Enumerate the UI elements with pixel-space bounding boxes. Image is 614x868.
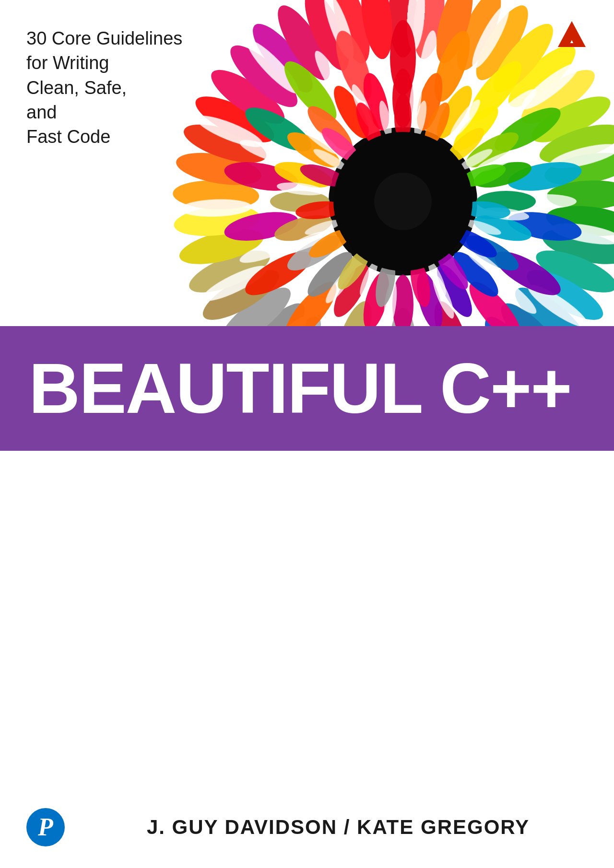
subtitle-line5: Fast Code [26,125,182,149]
svg-point-153 [374,173,432,230]
subtitle-line3: Clean, Safe, [26,76,182,100]
title-banner: BEAUTIFUL C++ [0,326,614,451]
svg-text:▲: ▲ [569,38,575,44]
book-cover: ▲ [0,0,614,868]
subtitle-line1: 30 Core Guidelines [26,26,182,51]
pearson-p: P [38,815,53,840]
subtitle-line4: and [26,100,182,125]
pearson-logo: P [26,808,65,846]
book-subtitle: 30 Core Guidelines for Writing Clean, Sa… [26,26,182,149]
author-area: P J. GUY DAVIDSON / KATE GREGORY [0,808,614,846]
subtitle-line2: for Writing [26,51,182,75]
book-title: BEAUTIFUL C++ [29,353,571,424]
author-names: J. GUY DAVIDSON / KATE GREGORY [89,816,588,839]
aw-logo: ▲ [556,19,588,52]
